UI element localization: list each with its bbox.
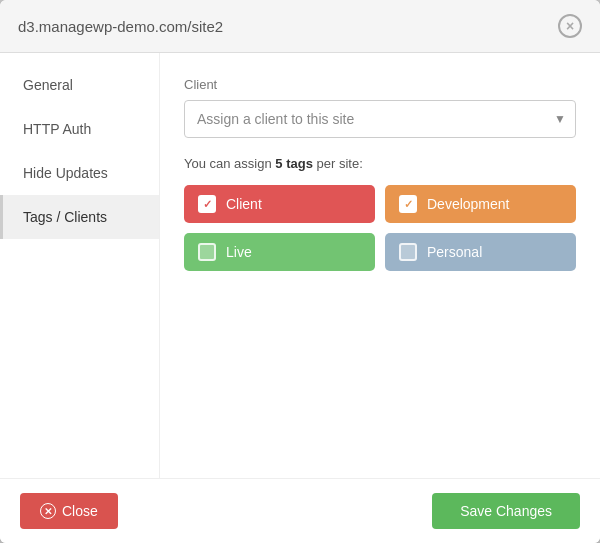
main-content: Client Assign a client to this site ▼ Yo… <box>160 53 600 478</box>
modal: d3.managewp-demo.com/site2 × General HTT… <box>0 0 600 543</box>
sidebar-item-hide-updates[interactable]: Hide Updates <box>0 151 159 195</box>
checkmark-icon: ✓ <box>404 198 413 211</box>
sidebar: General HTTP Auth Hide Updates Tags / Cl… <box>0 53 160 478</box>
tag-live[interactable]: Live <box>184 233 375 271</box>
sidebar-item-general[interactable]: General <box>0 63 159 107</box>
modal-title: d3.managewp-demo.com/site2 <box>18 18 223 35</box>
tags-info-suffix: per site: <box>313 156 363 171</box>
modal-close-x-button[interactable]: × <box>558 14 582 38</box>
tag-personal[interactable]: Personal <box>385 233 576 271</box>
tags-info-prefix: You can assign <box>184 156 275 171</box>
sidebar-item-general-label: General <box>23 77 73 93</box>
tag-development-checkbox: ✓ <box>399 195 417 213</box>
client-select-wrapper: Assign a client to this site ▼ <box>184 100 576 138</box>
tags-info: You can assign 5 tags per site: <box>184 156 576 171</box>
tag-development-label: Development <box>427 196 510 212</box>
save-changes-button[interactable]: Save Changes <box>432 493 580 529</box>
sidebar-item-http-auth[interactable]: HTTP Auth <box>0 107 159 151</box>
modal-footer: ✕ Close Save Changes <box>0 478 600 543</box>
tag-client[interactable]: ✓ Client <box>184 185 375 223</box>
tag-client-label: Client <box>226 196 262 212</box>
save-changes-label: Save Changes <box>460 503 552 519</box>
tag-live-checkbox <box>198 243 216 261</box>
sidebar-item-hide-updates-label: Hide Updates <box>23 165 108 181</box>
tags-count: 5 tags <box>275 156 313 171</box>
sidebar-item-tags-clients-label: Tags / Clients <box>23 209 107 225</box>
sidebar-item-tags-clients[interactable]: Tags / Clients <box>0 195 159 239</box>
client-field-label: Client <box>184 77 576 92</box>
tag-personal-checkbox <box>399 243 417 261</box>
tag-personal-label: Personal <box>427 244 482 260</box>
tags-grid: ✓ Client ✓ Development Live <box>184 185 576 271</box>
modal-body: General HTTP Auth Hide Updates Tags / Cl… <box>0 53 600 478</box>
close-button[interactable]: ✕ Close <box>20 493 118 529</box>
tag-client-checkbox: ✓ <box>198 195 216 213</box>
close-button-label: Close <box>62 503 98 519</box>
checkmark-icon: ✓ <box>203 198 212 211</box>
client-select[interactable]: Assign a client to this site <box>184 100 576 138</box>
close-circle-icon: ✕ <box>40 503 56 519</box>
tag-live-label: Live <box>226 244 252 260</box>
tag-development[interactable]: ✓ Development <box>385 185 576 223</box>
modal-header: d3.managewp-demo.com/site2 × <box>0 0 600 53</box>
sidebar-item-http-auth-label: HTTP Auth <box>23 121 91 137</box>
